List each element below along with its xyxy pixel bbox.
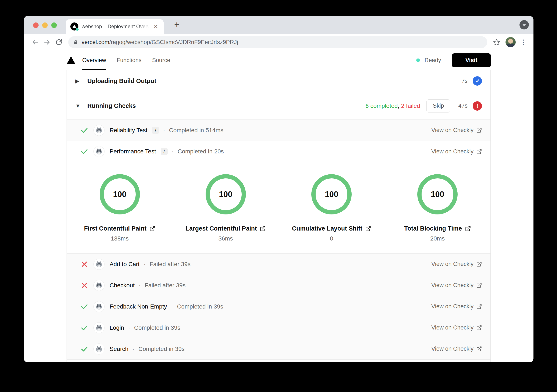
view-on-checkly-link[interactable]: View on Checkly [431,303,482,310]
checkly-raccoon-icon [93,343,105,354]
check-name: Checkout [110,282,135,289]
browser-menu-icon[interactable] [519,38,528,47]
browser-profile-avatar[interactable] [506,37,516,47]
visit-button[interactable]: Visit [452,53,491,67]
metric-label-link[interactable]: Largest Contentful Paint [185,225,266,232]
new-tab-button[interactable] [172,21,181,30]
success-badge [473,76,482,86]
external-link-icon [476,304,482,309]
metric-value: 0 [330,235,333,242]
forward-icon [44,40,49,44]
section-uploading-build-output[interactable]: Uploading Build Output 7s [67,70,491,92]
checkly-raccoon-icon [93,322,105,333]
metric-label-link[interactable]: Total Blocking Time [404,225,471,232]
check-pass-icon [80,147,88,155]
check-fail-icon [80,281,88,289]
view-on-checkly-link[interactable]: View on Checkly [431,346,482,352]
checkly-raccoon-icon [93,301,105,312]
checks-summary: 6 completed, 2 failed [365,103,420,109]
metric-label-link[interactable]: Cumulative Layout Shift [292,225,371,232]
deployment-tabs: Overview Functions Source [82,51,170,70]
check-fail-icon [80,260,88,268]
lock-icon [73,39,78,45]
maximize-window-button[interactable] [51,23,57,28]
external-link-icon [465,226,471,232]
score-ring: 100 [100,174,140,214]
check-row-performance-test: Performance Test / · Completed in 20s Vi… [67,141,491,162]
minimize-window-button[interactable] [42,23,48,28]
score-ring: 100 [205,174,246,214]
check-name: Feedback Non-Empty [110,303,167,310]
check-row-login: Login · Completed in 39s View on Checkly [67,317,491,338]
check-pass-icon [80,126,88,134]
close-window-button[interactable] [33,23,39,28]
external-link-icon [476,325,482,331]
external-link-icon [476,346,482,352]
view-on-checkly-link[interactable]: View on Checkly [431,324,482,331]
score-ring: 100 [417,174,458,214]
section-duration: 47s [458,103,467,109]
metric-label-link[interactable]: First Contentful Paint [84,225,155,232]
metric-first-contentful-paint: 100 First Contentful Paint 138ms [67,174,173,242]
external-link-icon [260,226,266,232]
url-path: /ragog/webshop/GSCfsmcVJDRriF9EecJrtsz9P… [109,39,238,45]
chevron-down-icon [522,24,526,26]
score-ring: 100 [311,174,352,214]
check-name: Reliability Test [110,127,147,134]
metric-total-blocking-time: 100 Total Blocking Time 20ms [385,174,491,242]
check-name: Add to Cart [110,261,140,268]
external-link-icon [476,149,482,155]
metric-largest-contentful-paint: 100 Largest Contentful Paint 36ms [173,174,279,242]
check-status: Completed in 39s [134,324,180,331]
skip-button[interactable]: Skip [426,99,450,113]
external-link-icon [476,282,482,288]
tab-functions[interactable]: Functions [117,51,142,70]
url-text: vercel.com/ragog/webshop/GSCfsmcVJDRriF9… [82,39,238,46]
view-on-checkly-link[interactable]: View on Checkly [431,127,482,133]
ready-status-dot [416,58,420,62]
url-bar[interactable]: vercel.com/ragog/webshop/GSCfsmcVJDRriF9… [68,36,487,48]
build-steps-panel: Uploading Build Output 7s Running Checks… [66,70,491,362]
checks-failed-count: 2 failed [401,103,420,109]
checkly-raccoon-icon [93,280,105,291]
bookmark-button[interactable] [491,36,502,48]
back-icon [33,40,38,44]
tab-close-icon[interactable] [153,23,159,30]
check-path-badge: / [161,148,168,155]
check-name: Login [110,324,124,331]
caret-right-icon[interactable] [75,78,82,84]
tab-source[interactable]: Source [152,51,170,70]
section-title: Uploading Build Output [87,78,156,85]
check-status: Completed in 39s [139,346,185,352]
check-name: Performance Test [110,148,156,155]
browser-toolbar: vercel.com/ragog/webshop/GSCfsmcVJDRriF9… [24,34,533,51]
browser-tab[interactable]: webshop – Deployment Overvi [66,19,164,34]
tab-search-button[interactable] [519,20,529,29]
reload-button[interactable] [53,36,65,48]
browser-tab-strip: webshop – Deployment Overvi [24,16,533,34]
view-on-checkly-link[interactable]: View on Checkly [431,148,482,155]
check-row-checkout: Checkout · Failed after 39s View on Chec… [67,275,491,296]
metric-value: 138ms [111,235,129,242]
checkly-raccoon-icon [93,259,105,270]
checkly-raccoon-icon [93,125,105,136]
back-button[interactable] [29,36,41,48]
tab-overview[interactable]: Overview [82,51,106,70]
forward-button[interactable] [41,36,53,48]
caret-down-icon[interactable] [75,103,82,109]
check-status: Failed after 39s [145,282,186,289]
check-pass-icon [80,302,88,311]
error-badge [473,101,482,111]
external-link-icon [476,127,482,133]
checkly-raccoon-icon [93,146,105,157]
view-on-checkly-link[interactable]: View on Checkly [431,282,482,289]
section-running-checks[interactable]: Running Checks 6 completed, 2 failed Ski… [67,92,491,120]
external-link-icon [149,226,155,232]
metric-cumulative-layout-shift: 100 Cumulative Layout Shift 0 [279,174,385,242]
tab-title: webshop – Deployment Overvi [82,24,149,29]
view-on-checkly-link[interactable]: View on Checkly [431,261,482,267]
check-name: Search [110,346,128,352]
metric-value: 36ms [218,235,233,242]
checks-completed-count: 6 completed [365,103,398,109]
check-status: Completed in 39s [177,303,223,310]
